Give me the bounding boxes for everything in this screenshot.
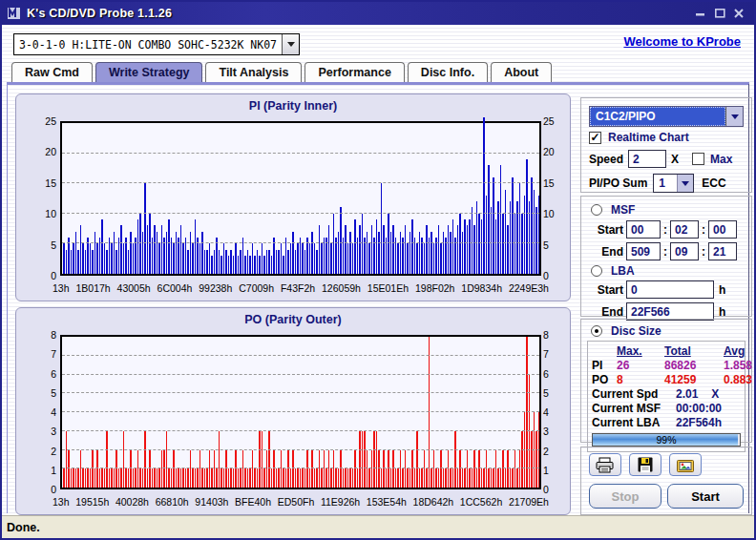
msf-end-sec[interactable]: 09 bbox=[670, 242, 699, 260]
close-button[interactable] bbox=[729, 6, 748, 21]
speed-input[interactable]: 2 bbox=[628, 150, 666, 168]
msf-sep: : bbox=[663, 245, 667, 259]
realtime-chart-label: Realtime Chart bbox=[608, 131, 689, 144]
msf-end-frame[interactable]: 21 bbox=[708, 242, 737, 260]
pipo-sum-label: PI/PO Sum bbox=[589, 177, 647, 190]
tab-performance[interactable]: Performance bbox=[304, 62, 404, 82]
drive-select[interactable]: 3-0-1-0 H:LITE-ON COMBO SOHC-5232K NK07 bbox=[13, 33, 300, 55]
max-checkbox[interactable] bbox=[692, 153, 704, 165]
disc-size-label: Disc Size bbox=[611, 324, 662, 338]
chart-type-value: C1C2/PIPO bbox=[590, 107, 725, 126]
po-total: 41259 bbox=[664, 373, 724, 386]
po-chart-title: PO (Parity Outer) bbox=[16, 313, 570, 326]
image-export-icon bbox=[677, 458, 694, 472]
current-speed-value: 2.01 bbox=[676, 387, 698, 401]
speed-label: Speed bbox=[589, 153, 623, 166]
maximize-button[interactable] bbox=[710, 6, 729, 21]
chevron-down-icon bbox=[287, 42, 295, 47]
realtime-chart-checkbox[interactable]: ✓ bbox=[589, 132, 601, 144]
chart-controls-box: C1C2/PIPO ✓ Realtime Chart Speed 2 X Max… bbox=[580, 97, 752, 193]
title-bar: K's CD/DVD Probe 1.1.26 bbox=[2, 2, 754, 25]
ecc-label: ECC bbox=[702, 177, 725, 190]
tab-disc-info[interactable]: Disc Info. bbox=[408, 62, 488, 82]
stop-button[interactable]: Stop bbox=[589, 484, 662, 509]
msf-sep: : bbox=[702, 245, 705, 259]
msf-end-label: End bbox=[587, 245, 623, 259]
pi-plot-area bbox=[60, 121, 541, 276]
error-stats: Max. Total Avg PI 26 86826 1.858 PO 8 41… bbox=[587, 341, 746, 452]
po-x-axis: 13h19515h40028h66810h91403hBFE40hED50Fh1… bbox=[52, 496, 549, 509]
pipo-sum-arrow[interactable] bbox=[677, 175, 693, 192]
chart-type-select[interactable]: C1C2/PIPO bbox=[589, 106, 744, 127]
pi-x-axis: 13h1B017h43005h6C004h99238hC7009hF43F2h1… bbox=[52, 282, 549, 296]
print-button[interactable] bbox=[589, 453, 621, 476]
welcome-link[interactable]: Welcome to KProbe bbox=[623, 34, 741, 49]
start-button[interactable]: Start bbox=[667, 484, 744, 509]
po-chart-panel: PO (Parity Outer) 012345678 012345678 13… bbox=[15, 307, 571, 515]
msf-sep: : bbox=[702, 223, 705, 237]
msf-sep: : bbox=[663, 223, 667, 237]
msf-label: MSF bbox=[611, 203, 635, 217]
pi-total: 86826 bbox=[664, 359, 724, 372]
pipo-sum-value: 1 bbox=[654, 175, 677, 192]
stat-header-max: Max. bbox=[617, 344, 664, 358]
save-image-button[interactable] bbox=[669, 453, 702, 476]
lba-label: LBA bbox=[611, 264, 635, 278]
msf-start-label: Start bbox=[587, 223, 623, 237]
pi-chart-title: PI (Parity Inner) bbox=[16, 99, 570, 113]
po-y-axis-left: 012345678 bbox=[18, 335, 56, 489]
lba-start-label: Start bbox=[587, 283, 623, 297]
chevron-down-icon bbox=[682, 181, 689, 186]
msf-start-frame[interactable]: 00 bbox=[708, 220, 737, 239]
status-bar: Done. bbox=[2, 515, 754, 538]
po-avg: 0.883 bbox=[724, 373, 752, 386]
save-button[interactable] bbox=[629, 453, 662, 476]
lba-radio[interactable] bbox=[591, 265, 602, 277]
chevron-down-icon bbox=[731, 114, 739, 119]
lba-start-unit: h bbox=[719, 283, 725, 297]
drive-select-value: 3-0-1-0 H:LITE-ON COMBO SOHC-5232K NK07 bbox=[14, 38, 282, 52]
pi-y-axis-right: 0510152025 bbox=[543, 121, 566, 276]
msf-start-sec[interactable]: 02 bbox=[670, 220, 699, 239]
disc-size-radio[interactable] bbox=[591, 325, 602, 337]
checkmark-icon: ✓ bbox=[590, 133, 599, 143]
status-text: Done. bbox=[2, 521, 40, 534]
app-window: K's CD/DVD Probe 1.1.26 3-0-1-0 H:LITE-O… bbox=[0, 0, 756, 540]
save-icon bbox=[638, 457, 653, 472]
tab-write-strategy[interactable]: Write Strategy bbox=[95, 62, 203, 82]
stats-box: Disc Size Max. Total Avg PI 26 86826 1.8… bbox=[580, 319, 752, 443]
msf-start-min[interactable]: 00 bbox=[626, 220, 661, 239]
tab-strip: Raw Cmd Write Strategy Tilt Analysis Per… bbox=[11, 62, 555, 82]
drive-select-arrow[interactable] bbox=[282, 34, 299, 54]
chart-type-arrow[interactable] bbox=[725, 107, 743, 126]
lba-end-unit: h bbox=[719, 305, 725, 319]
po-y-axis-right: 012345678 bbox=[543, 335, 566, 489]
app-icon bbox=[8, 7, 21, 20]
range-box: MSF Start 00 : 02 : 00 End 509 : 09 : 21… bbox=[580, 196, 752, 317]
pi-y-axis-left: 0510152025 bbox=[18, 121, 56, 276]
tab-tilt-analysis[interactable]: Tilt Analysis bbox=[205, 62, 302, 82]
tab-raw-cmd[interactable]: Raw Cmd bbox=[11, 62, 93, 82]
max-label: Max bbox=[710, 153, 732, 166]
pipo-sum-select[interactable]: 1 bbox=[653, 174, 694, 193]
msf-end-min[interactable]: 509 bbox=[626, 242, 661, 260]
po-row-label: PO bbox=[592, 373, 617, 386]
stat-header-avg: Avg bbox=[724, 344, 752, 358]
tab-about[interactable]: About bbox=[491, 62, 552, 82]
progress-bar-text: 99% bbox=[593, 434, 740, 447]
lba-start-input[interactable]: 0 bbox=[626, 280, 714, 299]
progress-bar: 99% bbox=[592, 433, 741, 447]
current-lba-value: 22F564h bbox=[676, 416, 722, 429]
speed-unit-label: X bbox=[671, 153, 679, 166]
pi-chart-panel: PI (Parity Inner) 0510152025 0510152025 … bbox=[15, 93, 571, 301]
current-speed-label: Current Spd bbox=[592, 387, 676, 401]
minimize-button[interactable] bbox=[691, 6, 710, 21]
pi-max: 26 bbox=[617, 359, 664, 372]
window-title: K's CD/DVD Probe 1.1.26 bbox=[27, 7, 691, 20]
stat-header-total: Total bbox=[664, 344, 724, 358]
po-max: 8 bbox=[617, 373, 664, 386]
pi-avg: 1.858 bbox=[724, 359, 752, 372]
actions-box: Stop Start bbox=[580, 447, 752, 515]
printer-icon bbox=[596, 457, 615, 473]
msf-radio[interactable] bbox=[591, 204, 602, 216]
